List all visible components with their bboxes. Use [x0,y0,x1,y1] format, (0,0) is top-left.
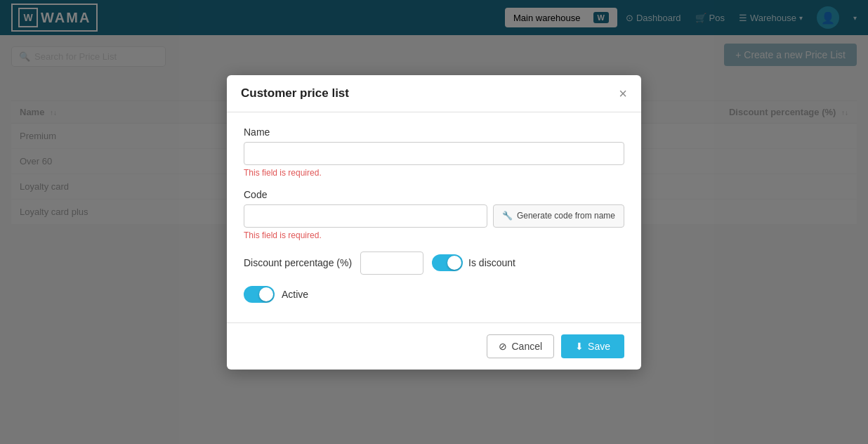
is-discount-label: Is discount [468,257,515,268]
code-error: This field is required. [244,230,624,240]
save-icon: ⬇ [575,341,584,352]
active-toggle-knob [259,287,273,301]
code-field-group: Code 🔧 Generate code from name This fiel… [244,189,624,240]
wand-icon: 🔧 [502,211,513,221]
active-label: Active [282,289,308,300]
active-row: Active [244,286,624,303]
save-label: Save [588,341,610,352]
generate-code-button[interactable]: 🔧 Generate code from name [493,204,624,228]
name-error: This field is required. [244,168,624,178]
code-input[interactable] [244,204,487,228]
name-label: Name [244,126,624,138]
modal-header: Customer price list × [227,75,641,112]
cancel-label: Cancel [511,341,542,352]
modal-overlay: Customer price list × Name This field is… [0,0,868,444]
customer-price-list-modal: Customer price list × Name This field is… [227,75,641,370]
discount-label: Discount percentage (%) [244,257,352,268]
discount-input[interactable] [360,252,423,275]
is-discount-toggle[interactable] [432,254,463,271]
name-input[interactable] [244,142,624,165]
code-row: 🔧 Generate code from name [244,204,624,228]
modal-close-button[interactable]: × [619,86,627,100]
save-button[interactable]: ⬇ Save [561,334,624,358]
active-toggle[interactable] [244,286,275,303]
modal-footer: ⊘ Cancel ⬇ Save [227,322,641,370]
toggle-knob [447,256,461,270]
modal-body: Name This field is required. Code 🔧 Gene… [227,112,641,322]
code-label: Code [244,189,624,200]
gen-code-label: Generate code from name [517,211,615,221]
modal-title: Customer price list [241,86,349,100]
discount-row: Discount percentage (%) Is discount [244,252,624,275]
is-discount-toggle-wrap: Is discount [432,254,515,271]
cancel-button[interactable]: ⊘ Cancel [487,334,554,358]
cancel-icon: ⊘ [499,341,507,352]
name-field-group: Name This field is required. [244,126,624,178]
